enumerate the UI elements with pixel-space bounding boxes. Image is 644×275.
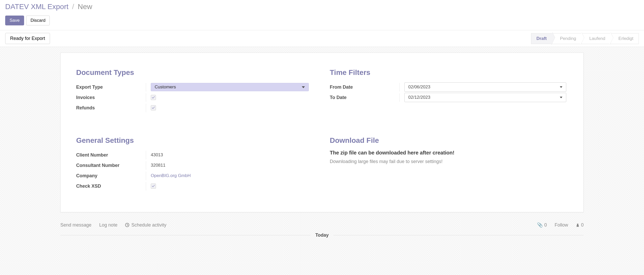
discard-button[interactable]: Discard [26, 16, 50, 25]
company-link[interactable]: OpenBIG.org GmbH [151, 173, 191, 178]
row-bottom: General Settings Client Number 43013 Con… [76, 136, 568, 191]
check-icon [152, 106, 155, 109]
label-consultant-number: Consultant Number [76, 161, 146, 170]
section-title-time-filters: Time Filters [330, 68, 568, 77]
status-step-erledigt[interactable]: Erledigt [610, 33, 639, 44]
separator-line [60, 235, 311, 235]
chevron-down-icon [302, 86, 305, 88]
value-consultant-number: 320811 [146, 163, 314, 168]
status-step-laufend[interactable]: Laufend [581, 33, 611, 44]
section-time-filters: Time Filters From Date 02/06/2023 To Dat… [330, 68, 568, 113]
send-message-button[interactable]: Send message [60, 222, 91, 228]
label-from-date: From Date [330, 83, 400, 91]
followers-count: 0 [581, 222, 584, 228]
header: DATEV XML Export / New Save Discard [0, 0, 644, 30]
export-type-value: Customers [155, 84, 176, 90]
paperclip-icon: 📎 [537, 222, 543, 228]
status-steps: Draft Pending Laufend Erledigt [531, 33, 639, 44]
chatter: Send message Log note Schedule activity … [60, 220, 584, 238]
field-company: Company OpenBIG.org GmbH [76, 171, 314, 181]
today-label: Today [315, 232, 329, 238]
check-icon [152, 96, 155, 99]
label-company: Company [76, 172, 146, 180]
form-sheet: Document Types Export Type Customers Inv… [60, 53, 584, 212]
schedule-activity-label: Schedule activity [131, 222, 166, 228]
field-refunds: Refunds [76, 103, 314, 113]
section-title-general-settings: General Settings [76, 136, 314, 145]
status-step-draft[interactable]: Draft [531, 33, 552, 44]
check-icon [152, 185, 155, 188]
breadcrumb: DATEV XML Export / New [5, 3, 639, 11]
attachments-count: 0 [544, 222, 547, 228]
section-download-file: Download File The zip file can be downlo… [330, 136, 568, 191]
to-date-value: 02/12/2023 [408, 95, 430, 100]
action-buttons: Save Discard [5, 16, 639, 30]
chatter-right: 📎 0 Follow 0 [537, 222, 584, 228]
section-title-document-types: Document Types [76, 68, 314, 77]
label-export-type: Export Type [76, 83, 146, 91]
sheet-wrap: Document Types Export Type Customers Inv… [0, 47, 644, 212]
ready-for-export-button[interactable]: Ready for Export [5, 33, 50, 44]
section-title-download-file: Download File [330, 136, 568, 145]
export-type-select[interactable]: Customers [151, 83, 309, 91]
field-check-xsd: Check XSD [76, 181, 314, 191]
chatter-actions: Send message Log note Schedule activity [60, 222, 166, 228]
download-message: The zip file can be downloaded here afte… [330, 150, 568, 156]
user-icon [576, 223, 579, 227]
label-invoices: Invoices [76, 93, 146, 102]
row-top: Document Types Export Type Customers Inv… [76, 68, 568, 113]
follow-button[interactable]: Follow [555, 222, 568, 228]
field-export-type: Export Type Customers [76, 82, 314, 92]
clock-icon [125, 223, 129, 227]
schedule-activity-button[interactable]: Schedule activity [125, 222, 166, 228]
field-from-date: From Date 02/06/2023 [330, 82, 568, 92]
save-button[interactable]: Save [5, 16, 24, 25]
chevron-down-icon [560, 86, 562, 88]
from-date-value: 02/06/2023 [408, 84, 430, 90]
label-client-number: Client Number [76, 151, 146, 159]
section-general-settings: General Settings Client Number 43013 Con… [76, 136, 314, 191]
status-step-pending[interactable]: Pending [552, 33, 582, 44]
chatter-wrap: Send message Log note Schedule activity … [0, 212, 644, 238]
label-check-xsd: Check XSD [76, 182, 146, 191]
separator-line [333, 235, 584, 235]
breadcrumb-root[interactable]: DATEV XML Export [5, 3, 68, 11]
download-note: Downloading large files may fail due to … [330, 159, 568, 164]
chatter-top: Send message Log note Schedule activity … [60, 220, 584, 232]
field-to-date: To Date 02/12/2023 [330, 92, 568, 103]
field-client-number: Client Number 43013 [76, 150, 314, 160]
statusbar: Ready for Export Draft Pending Laufend E… [0, 30, 644, 47]
section-document-types: Document Types Export Type Customers Inv… [76, 68, 314, 113]
field-invoices: Invoices [76, 92, 314, 103]
attachments-button[interactable]: 📎 0 [537, 222, 547, 228]
check-xsd-checkbox[interactable] [151, 184, 156, 189]
invoices-checkbox[interactable] [151, 95, 156, 100]
chevron-down-icon [560, 97, 562, 98]
label-refunds: Refunds [76, 104, 146, 112]
from-date-input[interactable]: 02/06/2023 [404, 82, 566, 92]
label-to-date: To Date [330, 93, 400, 102]
log-note-button[interactable]: Log note [99, 222, 117, 228]
breadcrumb-current: New [78, 3, 92, 11]
followers-button[interactable]: 0 [576, 222, 584, 228]
breadcrumb-separator: / [72, 3, 74, 11]
value-client-number: 43013 [146, 152, 314, 158]
field-consultant-number: Consultant Number 320811 [76, 160, 314, 171]
to-date-input[interactable]: 02/12/2023 [404, 93, 566, 102]
refunds-checkbox[interactable] [151, 105, 156, 110]
today-separator: Today [60, 232, 584, 238]
